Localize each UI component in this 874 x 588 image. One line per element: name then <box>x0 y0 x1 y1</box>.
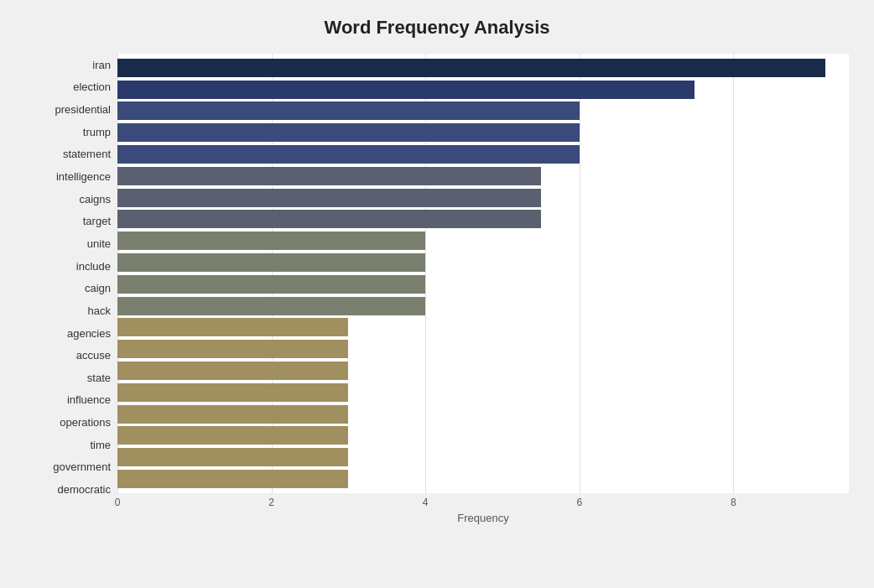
y-label: intelligence <box>56 171 111 182</box>
bar <box>117 253 425 272</box>
bar-row <box>117 404 849 424</box>
bar-row <box>117 209 849 229</box>
bar <box>117 362 348 380</box>
y-label: caign <box>85 283 111 294</box>
y-label: operations <box>60 417 111 428</box>
bar-row <box>117 339 849 359</box>
bar <box>117 405 348 424</box>
bar-row <box>117 166 849 186</box>
bar-row <box>117 80 849 100</box>
bar <box>117 189 541 207</box>
y-label: trump <box>83 127 111 138</box>
bar-row <box>117 469 849 489</box>
y-label: accuse <box>76 350 111 361</box>
y-label: include <box>76 261 111 272</box>
bars-container <box>117 54 849 493</box>
bar-row <box>117 188 849 208</box>
bar <box>117 297 425 315</box>
bar <box>117 81 695 99</box>
y-label: government <box>53 461 111 472</box>
bar-row <box>117 425 849 445</box>
bar-row <box>117 58 849 78</box>
x-tick: 4 <box>423 497 429 508</box>
y-label: caigns <box>79 194 111 205</box>
bar-row <box>117 122 849 143</box>
y-label: time <box>90 440 111 450</box>
y-label: election <box>73 81 111 92</box>
bar <box>117 340 348 358</box>
y-label: presidential <box>55 104 112 115</box>
x-axis-label: Frequency <box>117 512 849 524</box>
x-axis-wrapper: 02468 Frequency <box>117 493 849 524</box>
y-label: statement <box>63 148 111 159</box>
bar <box>117 470 348 488</box>
chart-area: iranelectionpresidentialtrumpstatementin… <box>25 54 849 524</box>
bar-row <box>117 231 849 251</box>
y-label: iran <box>92 60 111 70</box>
plot-area: 02468 Frequency <box>117 54 849 524</box>
bar-row <box>117 296 849 316</box>
bar-row <box>117 447 849 467</box>
x-tick: 8 <box>731 497 736 508</box>
bar-row <box>117 317 849 337</box>
y-label: state <box>87 372 111 383</box>
y-label: hack <box>88 305 111 316</box>
bar <box>117 318 348 336</box>
bar-row <box>117 101 849 121</box>
y-axis: iranelectionpresidentialtrumpstatementin… <box>25 54 117 524</box>
bar <box>117 210 541 228</box>
bar <box>117 275 425 294</box>
bar <box>117 101 580 120</box>
bar <box>117 123 580 142</box>
bar <box>117 383 348 402</box>
chart-title: Word Frequency Analysis <box>25 17 849 39</box>
bar <box>117 448 348 466</box>
bar-row <box>117 274 849 294</box>
x-axis: 02468 <box>117 493 849 510</box>
y-label: democratic <box>57 484 111 495</box>
x-tick: 0 <box>115 497 121 508</box>
bar <box>117 232 425 250</box>
y-label: influence <box>67 394 111 405</box>
y-label: agencies <box>67 328 111 339</box>
bar <box>117 145 580 164</box>
chart-container: Word Frequency Analysis iranelectionpres… <box>0 0 874 588</box>
bar-row <box>117 252 849 273</box>
bar <box>117 59 825 77</box>
bar-row <box>117 144 849 164</box>
bar-row <box>117 382 849 403</box>
bar-row <box>117 361 849 381</box>
x-tick: 6 <box>576 497 582 508</box>
x-tick: 2 <box>268 497 274 508</box>
y-label: target <box>83 216 111 226</box>
bar <box>117 167 541 185</box>
y-label: unite <box>87 238 111 249</box>
bar <box>117 426 348 445</box>
